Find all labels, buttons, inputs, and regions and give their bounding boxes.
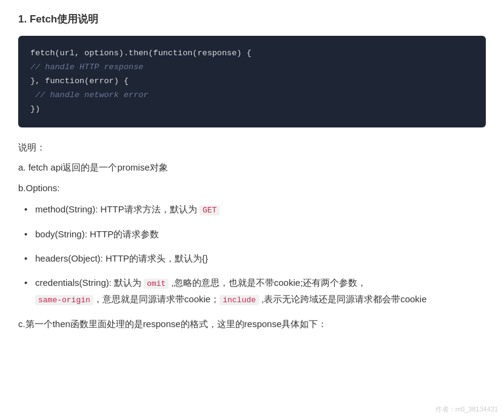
code-line-3: }, function(error) { (30, 75, 474, 89)
option-credentials-code1: omit (144, 279, 169, 289)
option-method-code: GET (200, 205, 220, 215)
section-c: c.第一个then函数里面处理的是response的格式，这里的response… (18, 316, 486, 332)
option-credentials-text1: credentials(String): 默认为 (35, 277, 144, 288)
option-method-text: method(String): HTTP请求方法，默认为 (35, 204, 200, 214)
option-credentials-code2: same-origin (35, 295, 93, 305)
option-credentials-code3: include (220, 295, 259, 305)
code-line-2: // handle HTTP response (30, 61, 474, 75)
option-body-text: body(String): HTTP的请求参数 (35, 229, 159, 239)
options-list: method(String): HTTP请求方法，默认为 GET body(St… (24, 202, 486, 308)
code-block: fetch(url, options).then(function(respon… (18, 36, 486, 127)
section-title: 1. Fetch使用说明 (18, 12, 486, 26)
list-item: headers(Object): HTTP的请求头，默认为{} (24, 251, 486, 266)
option-credentials-text3: ，意思就是同源请求带cookie； (93, 294, 220, 304)
option-credentials-text4: ,表示无论跨域还是同源请求都会带cookie (259, 294, 427, 304)
code-line-1: fetch(url, options).then(function(respon… (30, 47, 474, 61)
option-credentials-text2: ,忽略的意思，也就是不带cookie;还有两个参数， (169, 277, 366, 288)
description-section: 说明： a. fetch api返回的是一个promise对象 b.Option… (18, 140, 486, 196)
list-item: body(String): HTTP的请求参数 (24, 226, 486, 242)
code-line-5: }) (30, 103, 474, 117)
list-item: credentials(String): 默认为 omit ,忽略的意思，也就是… (24, 275, 486, 308)
option-headers-text: headers(Object): HTTP的请求头，默认为{} (35, 253, 208, 263)
desc-item-a: a. fetch api返回的是一个promise对象 (18, 160, 486, 175)
list-item: method(String): HTTP请求方法，默认为 GET (24, 202, 486, 218)
desc-label: 说明： (18, 140, 486, 155)
desc-item-b: b.Options: (18, 180, 486, 196)
code-line-4: // handle network error (30, 89, 474, 103)
